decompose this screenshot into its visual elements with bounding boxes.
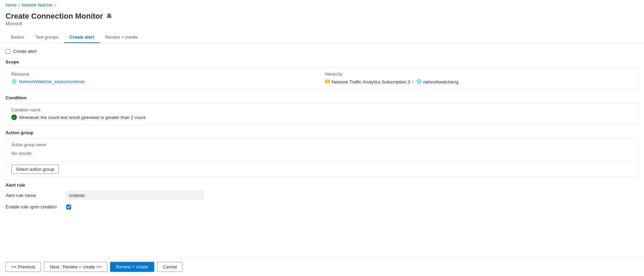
create-alert-checkbox[interactable]: [6, 49, 10, 54]
review-create-button[interactable]: Review + create: [110, 262, 154, 272]
svg-text:$: $: [327, 80, 328, 83]
svg-text:N: N: [13, 80, 15, 83]
subscription-icon: $: [325, 79, 330, 85]
hierarchy-col-label: Hierarchy: [325, 72, 633, 77]
alert-rule-name-label: Alert rule name: [6, 193, 61, 198]
tab-create-alert[interactable]: Create alert: [64, 32, 100, 43]
tab-bar: Basics Test groups Create alert Review +…: [0, 32, 644, 43]
hierarchy-value-row: $ Network Traffic Analytics Subscription…: [325, 79, 633, 85]
condition-check-icon: ✓: [11, 115, 17, 120]
select-action-group-button[interactable]: Select action group: [11, 165, 59, 174]
condition-name-label: Condition name: [11, 108, 633, 112]
footer: << Previous Next : Review + create >> Re…: [0, 257, 644, 276]
main-content: Create alert Scope Resource N NetworkWat…: [0, 43, 644, 249]
resource-group-item: RG networkwatcherrg: [416, 79, 459, 85]
resource-group-name: networkwatcherrg: [423, 79, 459, 85]
alert-rule-label: Alert rule: [6, 183, 638, 188]
action-group-card: Action group name No results. Select act…: [6, 138, 638, 177]
cancel-button[interactable]: Cancel: [157, 262, 183, 272]
hierarchy-chevron: >: [412, 80, 414, 84]
previous-button[interactable]: << Previous: [6, 262, 41, 272]
resource-col-label: Resource: [11, 72, 319, 77]
breadcrumb: Home > Network Watcher >: [0, 0, 644, 10]
subscription-item: $ Network Traffic Analytics Subscription…: [325, 79, 410, 85]
enable-rule-row: Enable rule upon creation: [6, 204, 638, 209]
tab-basics[interactable]: Basics: [6, 32, 30, 43]
scope-label: Scope: [6, 59, 638, 65]
page-subtitle: Microsoft: [6, 21, 638, 26]
action-group-header: Action group name No results.: [6, 138, 638, 161]
action-group-label: Action group: [6, 130, 638, 135]
subscription-name: Network Traffic Analytics Subscription 3: [332, 79, 410, 85]
breadcrumb-sep-1: >: [18, 3, 20, 7]
breadcrumb-home[interactable]: Home: [6, 3, 17, 8]
hierarchy-col: Hierarchy $ Network Traffic Analytics Su…: [325, 72, 633, 85]
scope-card: Resource N NetworkWatcher_eastus/cmteste…: [6, 67, 638, 90]
resource-text: NetworkWatcher_eastus/cmteste: [19, 79, 85, 84]
resource-value-row: N NetworkWatcher_eastus/cmteste: [11, 79, 319, 84]
create-alert-label: Create alert: [13, 49, 37, 54]
create-alert-row: Create alert: [6, 49, 638, 54]
no-results-text: No results.: [11, 149, 633, 159]
condition-value-row: ✓ Whenever the count test result (previe…: [11, 115, 633, 120]
resource-col: Resource N NetworkWatcher_eastus/cmteste: [11, 72, 319, 85]
enable-rule-checkbox[interactable]: [66, 205, 71, 209]
tab-review-create[interactable]: Review + create: [100, 32, 143, 43]
action-group-footer: Select action group: [6, 161, 638, 177]
condition-section-label: Condition: [6, 95, 638, 100]
resource-group-icon: RG: [416, 79, 422, 85]
tab-test-groups[interactable]: Test groups: [30, 32, 64, 43]
alert-rule-section: Alert rule Alert rule name Enable rule u…: [6, 183, 638, 209]
page-header: Create Connection Monitor 🖶 Microsoft: [0, 10, 644, 29]
condition-text: Whenever the count test result (preview)…: [19, 115, 145, 120]
network-watcher-icon: N: [11, 79, 17, 84]
svg-text:RG: RG: [417, 80, 421, 83]
action-group-name-col: Action group name: [11, 142, 633, 147]
next-button[interactable]: Next : Review + create >>: [44, 262, 107, 272]
breadcrumb-network-watcher[interactable]: Network Watcher: [21, 3, 53, 8]
alert-rule-form: Alert rule name Enable rule upon creatio…: [6, 190, 638, 209]
breadcrumb-sep-2: >: [54, 3, 56, 7]
alert-rule-name-input[interactable]: [66, 190, 204, 200]
enable-rule-label: Enable rule upon creation: [6, 204, 61, 209]
alert-rule-name-row: Alert rule name: [6, 190, 638, 200]
page-title: Create Connection Monitor 🖶: [6, 12, 638, 21]
print-icon[interactable]: 🖶: [106, 13, 112, 19]
condition-card: Condition name ✓ Whenever the count test…: [6, 103, 638, 125]
